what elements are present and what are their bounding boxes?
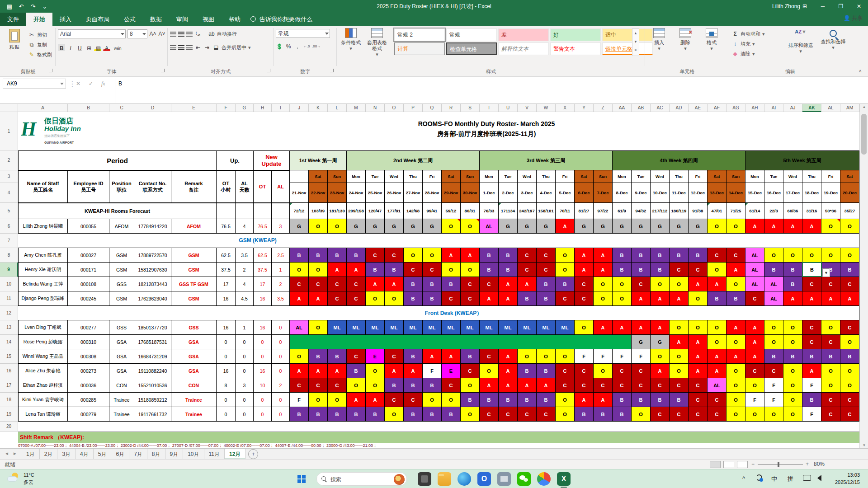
zoom-slider[interactable] — [758, 464, 803, 465]
font-size-combo[interactable]: 8 — [127, 29, 147, 38]
shift-8-AK[interactable]: O — [802, 248, 821, 263]
col-header-Q[interactable]: Q — [423, 104, 442, 112]
comma-style-icon[interactable]: , — [294, 43, 301, 50]
shift-18-AJ[interactable]: O — [783, 393, 802, 407]
font-dialog-launcher[interactable] — [161, 69, 165, 72]
shift-10-S[interactable]: C — [461, 277, 480, 291]
shift-17-W[interactable]: A — [537, 378, 556, 393]
col-header-AB[interactable]: AB — [632, 104, 651, 112]
weather-text[interactable]: 11°C多云 — [24, 471, 34, 486]
shift-8-AB[interactable]: B — [632, 248, 651, 263]
shift-10-U[interactable]: A — [499, 277, 518, 291]
shift-9-AG[interactable]: A — [726, 263, 745, 277]
shift-19-AB[interactable]: O — [632, 407, 651, 422]
col-header-S[interactable]: S — [461, 104, 480, 112]
row-header-6[interactable]: 6 — [0, 219, 18, 234]
shift-10-AJ[interactable]: B — [783, 277, 802, 291]
col-header-AJ[interactable]: AJ — [783, 104, 802, 112]
staff-11-col6[interactable]: 4.5 — [236, 291, 254, 306]
shift-13-AL[interactable]: O — [821, 320, 840, 335]
shift-11-Z[interactable]: O — [594, 291, 613, 306]
shift-10-AH[interactable]: AL — [745, 277, 764, 291]
shift-15-AD[interactable]: O — [670, 349, 689, 364]
shift-15-AG[interactable]: A — [726, 349, 745, 364]
shift-8-Y[interactable]: A — [575, 248, 594, 263]
col-header-D[interactable]: D — [134, 104, 171, 112]
staff-19-col1[interactable]: 000279 — [68, 407, 109, 422]
staff-6-col0[interactable]: Lilith Zhong 钟晨曦 — [18, 219, 68, 234]
shift-6-W[interactable]: G — [537, 219, 556, 234]
shift-18-AI[interactable]: F — [764, 393, 783, 407]
shift-15-Z[interactable]: F — [594, 349, 613, 364]
shift-17-Y[interactable]: C — [575, 378, 594, 393]
shift-10-Y[interactable]: C — [575, 277, 594, 291]
sheet-tab-2月[interactable]: 2月 — [40, 449, 58, 460]
shift-16-U[interactable]: A — [499, 364, 518, 378]
shift-13-M[interactable]: ML — [347, 320, 366, 335]
shift-19-U[interactable]: C — [499, 407, 518, 422]
shift-6-P[interactable]: G — [404, 219, 423, 234]
shift-18-P[interactable]: C — [404, 393, 423, 407]
shift-13-AJ[interactable]: O — [783, 320, 802, 335]
shift-6-J[interactable]: G — [290, 219, 309, 234]
alignment-dialog-launcher[interactable] — [267, 69, 270, 72]
page-layout-view-icon[interactable] — [723, 461, 734, 468]
shift-11-AE[interactable]: O — [689, 291, 708, 306]
collapse-ribbon-icon[interactable]: ˄ — [859, 68, 862, 74]
shift-6-AG[interactable]: O — [726, 219, 745, 234]
shift-18-AK[interactable]: B — [802, 393, 821, 407]
shift-16-O[interactable]: A — [385, 364, 404, 378]
ribbon-tab-帮助[interactable]: 帮助 — [222, 13, 248, 26]
shift-15-AM[interactable]: B — [840, 349, 859, 364]
taskbar-clock[interactable]: 13:032025/12/15 — [835, 471, 860, 486]
shift-9-Z[interactable]: A — [594, 263, 613, 277]
shift-13-L[interactable]: ML — [328, 320, 347, 335]
staff-16-col6[interactable]: 0 — [236, 364, 254, 378]
shift-6-N[interactable]: G — [366, 219, 385, 234]
weather-icon[interactable] — [6, 472, 21, 486]
staff-9-col3[interactable]: 15812907630 — [134, 263, 171, 277]
shift-18-R[interactable]: O — [442, 393, 461, 407]
shift-6-K[interactable]: O — [309, 219, 328, 234]
shift-14-Q[interactable] — [423, 335, 442, 349]
row-header-20[interactable]: 20 — [0, 422, 18, 432]
shift-16-AE[interactable]: A — [689, 364, 708, 378]
staff-17-col2[interactable]: CON — [109, 378, 134, 393]
shift-11-AI[interactable]: AL — [764, 291, 783, 306]
staff-10-col1[interactable]: 000108 — [68, 277, 109, 291]
shift-17-R[interactable]: C — [442, 378, 461, 393]
staff-6-col1[interactable]: 000055 — [68, 219, 109, 234]
shift-13-AA[interactable]: A — [613, 320, 632, 335]
staff-8-col4[interactable]: GSM — [171, 248, 217, 263]
close-button[interactable]: ✕ — [850, 0, 868, 13]
shift-15-AF[interactable]: A — [708, 349, 726, 364]
staff-17-col1[interactable]: 000036 — [68, 378, 109, 393]
shift-13-Y[interactable]: O — [575, 320, 594, 335]
ribbon-display-options-icon[interactable]: ⊞ — [796, 0, 814, 13]
shift-13-Z[interactable]: A — [594, 320, 613, 335]
shift-16-L[interactable]: A — [328, 364, 347, 378]
shift-11-AB[interactable]: A — [632, 291, 651, 306]
shift-19-AE[interactable]: C — [689, 407, 708, 422]
shift-19-N[interactable]: B — [366, 407, 385, 422]
staff-13-col5[interactable]: 16 — [217, 320, 236, 335]
orientation-icon[interactable]: ⤿ — [194, 30, 202, 38]
col-header-G[interactable]: G — [236, 104, 254, 112]
shift-15-W[interactable]: O — [537, 349, 556, 364]
shift-10-AL[interactable]: C — [821, 277, 840, 291]
teams-icon[interactable] — [497, 472, 511, 486]
shift-8-AJ[interactable]: O — [783, 248, 802, 263]
col-header-J[interactable]: J — [290, 104, 309, 112]
ribbon-tab-开始[interactable]: 开始 — [26, 13, 52, 26]
shift-14-N[interactable] — [366, 335, 385, 349]
shift-14-AK[interactable]: C — [802, 335, 821, 349]
shift-6-X[interactable]: A — [556, 219, 575, 234]
shift-6-AA[interactable]: G — [613, 219, 632, 234]
staff-16-col7[interactable]: 16 — [254, 364, 272, 378]
shift-6-AC[interactable]: G — [651, 219, 670, 234]
shift-10-AI[interactable]: AL — [764, 277, 783, 291]
col-header-F[interactable]: F — [217, 104, 236, 112]
tray-chevron-icon[interactable]: ^ — [742, 475, 745, 482]
shift-11-N[interactable]: O — [366, 291, 385, 306]
staff-9-col1[interactable]: 000171 — [68, 263, 109, 277]
